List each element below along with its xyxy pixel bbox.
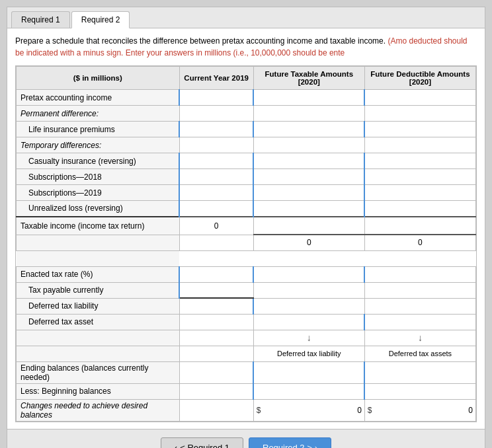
- row-deferred-asset: Deferred tax asset: [17, 314, 476, 330]
- row-temporary-label: Temporary differences:: [17, 137, 476, 153]
- label-enacted-rate: Enacted tax rate (%): [17, 266, 180, 282]
- input-life-taxable[interactable]: [253, 122, 364, 137]
- dollar-sign-deductible: $: [368, 406, 372, 415]
- input-unrealized-taxable[interactable]: [253, 201, 364, 217]
- row-deferred-labels: Deferred tax liability Deferred tax asse…: [17, 346, 476, 361]
- cell-defasset-current: [179, 314, 253, 330]
- row-enacted-rate: Enacted tax rate (%): [17, 266, 476, 282]
- cell-perm-taxable: [253, 106, 364, 122]
- input-enacted-deductible[interactable]: [364, 266, 475, 282]
- row-arrows: ↓ ↓: [17, 330, 476, 346]
- cell-changes-taxable[interactable]: $: [253, 399, 364, 421]
- input-ending-taxable[interactable]: [253, 361, 364, 383]
- row-life-insurance: Life insurance premiums: [17, 122, 476, 137]
- reconciliation-table: ($ in millions) Current Year 2019 Future…: [16, 66, 476, 422]
- input-totals-taxable[interactable]: [253, 235, 364, 250]
- row-beginning-balances: Less: Beginning balances: [17, 383, 476, 399]
- cell-temp-taxable: [253, 137, 364, 153]
- prev-icon: ‹: [175, 443, 177, 449]
- input-unrealized-current[interactable]: [179, 201, 253, 217]
- row-taxable-income: Taxable income (income tax return): [17, 217, 476, 235]
- input-beginning-taxable[interactable]: [253, 383, 364, 399]
- input-defliab-taxable[interactable]: [253, 298, 364, 314]
- input-taxable-current[interactable]: [179, 217, 253, 235]
- label-casualty: Casualty insurance (reversing): [17, 153, 180, 169]
- input-unrealized-deductible[interactable]: [364, 201, 475, 217]
- spacer-2: [179, 250, 253, 266]
- input-defasset-deductible[interactable]: [364, 314, 475, 330]
- next-icon: ›: [315, 443, 317, 449]
- main-window: Required 1 Required 2 Prepare a schedule…: [7, 7, 485, 448]
- input-sub2018-current[interactable]: [179, 169, 253, 185]
- deferred-label-assets: Deferred tax assets: [364, 346, 475, 361]
- row-tax-payable: Tax payable currently: [17, 282, 476, 298]
- spacer-1: [17, 250, 180, 266]
- content-area: Prepare a schedule that reconciles the d…: [7, 28, 485, 429]
- cell-changes-deductible[interactable]: $: [364, 399, 475, 421]
- label-ending-balances: Ending balances (balances currently need…: [17, 361, 180, 383]
- label-deferred-asset: Deferred tax asset: [17, 314, 180, 330]
- spacer-3: [253, 250, 364, 266]
- row-changes-needed: Changes needed to achieve desired balanc…: [17, 399, 476, 421]
- cell-defliab-current: [179, 298, 253, 314]
- row-casualty: Casualty insurance (reversing): [17, 153, 476, 169]
- row-permanent-label: Permanent difference:: [17, 106, 476, 122]
- prev-button[interactable]: ‹ < Required 1: [161, 437, 243, 449]
- tab-required1[interactable]: Required 1: [11, 11, 70, 28]
- label-changes-needed: Changes needed to achieve desired balanc…: [17, 399, 180, 421]
- input-enacted-taxable[interactable]: [253, 266, 364, 282]
- input-sub2019-taxable[interactable]: [253, 185, 364, 201]
- label-tax-payable: Tax payable currently: [17, 282, 180, 298]
- label-subscriptions-2018: Subscriptions—2018: [17, 169, 180, 185]
- next-button[interactable]: Required 2 > ›: [249, 437, 331, 449]
- arrow-current: [179, 330, 253, 346]
- cell-totals-current: [179, 235, 253, 250]
- prev-label: < Required 1: [180, 443, 229, 449]
- input-ending-deductible[interactable]: [364, 361, 475, 383]
- input-sub2019-deductible[interactable]: [364, 185, 475, 201]
- input-taxpay-current[interactable]: [179, 282, 253, 298]
- input-life-deductible[interactable]: [364, 122, 475, 137]
- arrow-deductible: ↓: [364, 330, 475, 346]
- arrow-label: [17, 330, 180, 346]
- input-life-current[interactable]: [179, 122, 253, 137]
- cell-perm-deductible: [364, 106, 475, 122]
- cell-taxpay-taxable: [253, 282, 364, 298]
- cell-temp-current: [179, 137, 253, 153]
- cell-taxpay-deductible: [364, 282, 475, 298]
- row-spacer: [17, 250, 476, 266]
- input-beginning-deductible[interactable]: [364, 383, 475, 399]
- row-deferred-liability: Deferred tax liability: [17, 298, 476, 314]
- input-casualty-deductible[interactable]: [364, 153, 475, 169]
- instructions: Prepare a schedule that reconciles the d…: [15, 35, 477, 59]
- row-pretax: Pretax accounting income: [17, 90, 476, 106]
- row-ending-balances: Ending balances (balances currently need…: [17, 361, 476, 383]
- label-totals: [17, 235, 180, 250]
- cell-perm-current: [179, 106, 253, 122]
- input-pretax-taxable[interactable]: [253, 90, 364, 106]
- input-sub2019-current[interactable]: [179, 185, 253, 201]
- cell-taxable-taxable: [253, 217, 364, 235]
- label-temporary: Temporary differences:: [17, 137, 180, 153]
- dollar-sign-taxable: $: [257, 406, 261, 415]
- input-totals-deductible[interactable]: [364, 235, 475, 250]
- tab-required2[interactable]: Required 2: [71, 11, 130, 28]
- header-future-deductible: Future Deductible Amounts [2020]: [364, 67, 475, 90]
- tab-bar: Required 1 Required 2: [7, 7, 485, 28]
- label-permanent: Permanent difference:: [17, 106, 180, 122]
- input-sub2018-taxable[interactable]: [253, 169, 364, 185]
- label-deferred-liability: Deferred tax liability: [17, 298, 180, 314]
- input-casualty-taxable[interactable]: [253, 153, 364, 169]
- input-pretax-deductible[interactable]: [364, 90, 475, 106]
- row-totals: [17, 235, 476, 250]
- label-subscriptions-2019: Subscriptions—2019: [17, 185, 180, 201]
- input-enacted-current[interactable]: [179, 266, 253, 282]
- input-casualty-current[interactable]: [179, 153, 253, 169]
- label-unrealized: Unrealized loss (reversing): [17, 201, 180, 217]
- input-sub2018-deductible[interactable]: [364, 169, 475, 185]
- header-future-taxable: Future Taxable Amounts [2020]: [253, 67, 364, 90]
- deferred-label-liability: Deferred tax liability: [253, 346, 364, 361]
- cell-temp-deductible: [364, 137, 475, 153]
- cell-changes-current: [179, 399, 253, 421]
- input-pretax-current[interactable]: [179, 90, 253, 106]
